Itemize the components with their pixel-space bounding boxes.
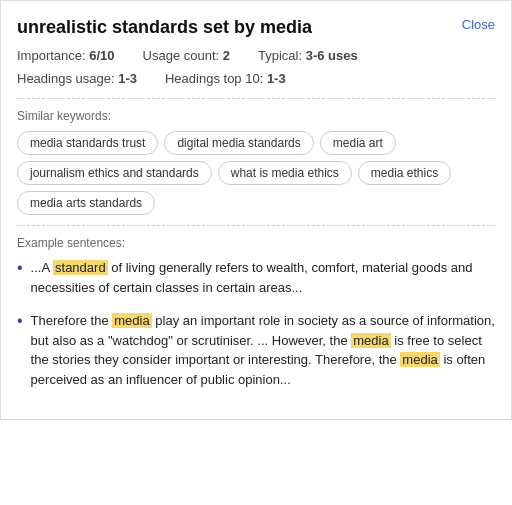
keyword-tag[interactable]: media ethics	[358, 161, 451, 185]
stat-usage-count: Usage count: 2	[143, 48, 230, 63]
bullet-icon: •	[17, 259, 23, 277]
keyword-tag[interactable]: media art	[320, 131, 396, 155]
header-row: unrealistic standards set by media Close	[17, 17, 495, 38]
panel-title: unrealistic standards set by media	[17, 17, 452, 38]
highlight-media-3: media	[400, 352, 439, 367]
main-panel: unrealistic standards set by media Close…	[0, 0, 512, 420]
keywords-container: media standards trust digital media stan…	[17, 131, 495, 215]
keyword-tag[interactable]: media standards trust	[17, 131, 158, 155]
example-text-2: Therefore the media play an important ro…	[31, 311, 495, 389]
stat-headings-usage: Headings usage: 1-3	[17, 71, 137, 86]
divider-2	[17, 225, 495, 226]
examples-label: Example sentences:	[17, 236, 495, 250]
example-text-1: ...A standard of living generally refers…	[31, 258, 495, 297]
example-item-2: • Therefore the media play an important …	[17, 311, 495, 389]
divider-1	[17, 98, 495, 99]
examples-section: Example sentences: • ...A standard of li…	[17, 236, 495, 389]
stat-headings-top10: Headings top 10: 1-3	[165, 71, 286, 86]
similar-keywords-section: Similar keywords: media standards trust …	[17, 109, 495, 215]
keyword-tag[interactable]: media arts standards	[17, 191, 155, 215]
keyword-tag[interactable]: journalism ethics and standards	[17, 161, 212, 185]
stat-typical: Typical: 3-6 uses	[258, 48, 358, 63]
highlight-standard: standard	[53, 260, 108, 275]
highlight-media-2: media	[351, 333, 390, 348]
bullet-icon: •	[17, 312, 23, 330]
stats-row: Importance: 6/10 Usage count: 2 Typical:…	[17, 48, 495, 86]
example-item-1: • ...A standard of living generally refe…	[17, 258, 495, 297]
stat-importance: Importance: 6/10	[17, 48, 115, 63]
similar-keywords-label: Similar keywords:	[17, 109, 495, 123]
keyword-tag[interactable]: what is media ethics	[218, 161, 352, 185]
close-button[interactable]: Close	[462, 17, 495, 32]
highlight-media-1: media	[112, 313, 151, 328]
keyword-tag[interactable]: digital media standards	[164, 131, 313, 155]
